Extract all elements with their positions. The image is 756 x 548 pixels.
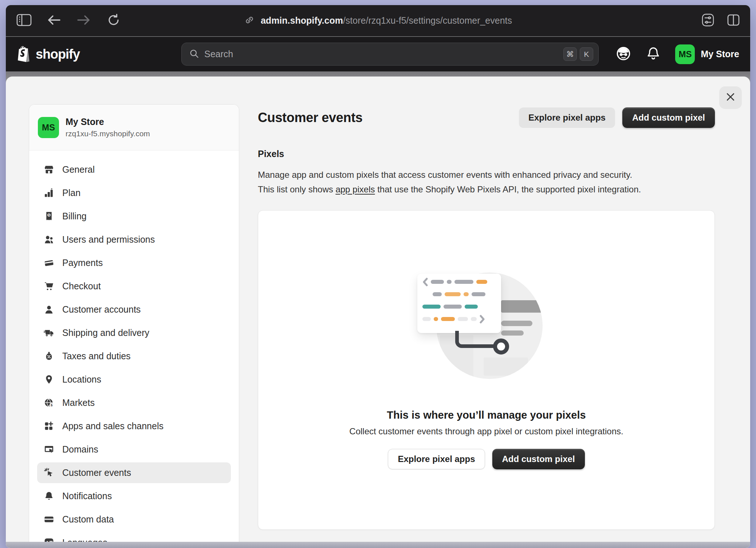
domains-icon <box>43 444 54 455</box>
sidebar-item-users-and-permissions[interactable]: Users and permissions <box>37 229 231 250</box>
connector-node <box>493 338 509 355</box>
back-button[interactable] <box>46 13 62 29</box>
sidebar-item-locations[interactable]: Locations <box>37 369 231 390</box>
store-icon <box>43 164 54 175</box>
store-domain: rzq1xu-f5.myshopify.com <box>66 129 150 138</box>
sidebar-item-plan[interactable]: Plan <box>37 183 231 203</box>
search-input[interactable] <box>204 49 560 59</box>
account-avatar: MS <box>675 44 695 64</box>
sidebar-item-label: Markets <box>62 398 95 408</box>
sidebar-item-label: Taxes and duties <box>62 351 131 361</box>
settings-sidebar: MS My Store rzq1xu-f5.myshopify.com Gene… <box>29 104 239 548</box>
person-icon <box>43 304 54 315</box>
explore-pixel-apps-button[interactable]: Explore pixel apps <box>519 107 615 128</box>
empty-state-subtitle: Collect customer events through app pixe… <box>349 426 623 437</box>
close-button[interactable] <box>719 86 742 109</box>
sidebar-item-label: Domains <box>62 444 98 455</box>
url-path: /store/rzq1xu-f5/settings/customer_event… <box>343 15 512 26</box>
payments-icon <box>43 258 54 269</box>
reload-button[interactable] <box>106 13 122 29</box>
k-key-badge: K <box>580 47 593 61</box>
pixels-description: Manage app and custom pixels that access… <box>258 168 641 197</box>
empty-explore-pixel-apps-button[interactable]: Explore pixel apps <box>388 449 485 469</box>
shopify-wordmark: shopify <box>36 47 80 62</box>
page-title: Customer events <box>258 110 363 125</box>
sidebar-item-billing[interactable]: $Billing <box>37 206 231 227</box>
cmd-key-badge: ⌘ <box>563 47 577 61</box>
admin-header: shopify ⌘ K <box>6 37 750 71</box>
shopify-logo[interactable]: shopify <box>6 45 80 64</box>
split-view-button[interactable] <box>725 13 741 29</box>
reload-icon <box>107 13 121 28</box>
sidebar-item-label: Custom data <box>62 514 114 525</box>
svg-text:$: $ <box>50 403 52 407</box>
sidebar-item-checkout[interactable]: Checkout <box>37 276 231 297</box>
sidebar-item-label: Payments <box>62 258 103 268</box>
sidebar-item-label: Customer events <box>62 467 131 478</box>
location-pin-icon <box>43 374 54 385</box>
sidebar-item-label: Billing <box>62 211 87 222</box>
store-avatar: MS <box>38 117 59 138</box>
account-name: My Store <box>701 49 739 59</box>
empty-add-custom-pixel-button[interactable]: Add custom pixel <box>492 449 585 469</box>
sidebar-item-label: Locations <box>62 374 101 385</box>
users-icon <box>43 234 54 245</box>
browser-settings-button[interactable] <box>700 13 716 29</box>
url-host: admin.shopify.com <box>261 15 343 26</box>
store-name: My Store <box>66 117 150 127</box>
billing-icon: $ <box>43 211 54 222</box>
tune-icon <box>701 13 714 29</box>
sidebar-item-general[interactable]: General <box>37 159 231 180</box>
sidebar-item-label: General <box>62 164 95 175</box>
truck-icon <box>43 328 54 338</box>
app-pixels-link[interactable]: app pixels <box>335 184 375 194</box>
sidebar-item-label: Customer accounts <box>62 304 141 315</box>
sidebar-item-domains[interactable]: Domains <box>37 439 231 460</box>
sidebar-item-label: Apps and sales channels <box>62 421 164 431</box>
browser-window: admin.shopify.com/store/rzq1xu-f5/settin… <box>6 5 750 548</box>
sidebar-item-label: Checkout <box>62 281 101 291</box>
shopify-bag-icon <box>17 45 32 64</box>
bell-icon <box>43 491 54 502</box>
sidebar-item-label: Users and permissions <box>62 234 155 245</box>
sidebar-item-shipping-and-delivery[interactable]: Shipping and delivery <box>37 322 231 343</box>
sidebar-item-payments[interactable]: Payments <box>37 253 231 273</box>
sidebar-item-apps-and-sales-channels[interactable]: Apps and sales channels <box>37 416 231 437</box>
sidebar-item-label: Shipping and delivery <box>62 328 149 338</box>
forward-button[interactable] <box>76 13 92 29</box>
url-bar[interactable]: admin.shopify.com/store/rzq1xu-f5/settin… <box>244 15 512 27</box>
close-icon <box>725 91 736 104</box>
sidebar-panel-icon <box>16 14 32 28</box>
sidebar-item-markets[interactable]: $Markets <box>37 392 231 413</box>
global-search[interactable]: ⌘ K <box>181 43 599 66</box>
sidekick-button[interactable] <box>615 46 631 62</box>
search-icon <box>189 48 199 60</box>
window-bottom-edge <box>6 542 750 548</box>
svg-text:$: $ <box>48 213 50 217</box>
cursor-click-icon <box>43 467 54 478</box>
link-icon <box>244 15 255 27</box>
empty-state-title: This is where you’ll manage your pixels <box>387 409 586 421</box>
sidebar-toggle-button[interactable] <box>16 13 32 29</box>
tax-bag-icon <box>43 351 54 362</box>
sidekick-face-icon <box>615 45 632 63</box>
settings-nav: GeneralPlan$BillingUsers and permissions… <box>29 150 239 548</box>
cart-icon <box>43 281 54 292</box>
pixels-illustration <box>417 273 556 380</box>
notifications-button[interactable] <box>645 46 661 62</box>
account-menu[interactable]: MS My Store <box>675 44 739 64</box>
sidebar-item-notifications[interactable]: Notifications <box>37 486 231 506</box>
sidebar-item-customer-accounts[interactable]: Customer accounts <box>37 299 231 320</box>
sidebar-item-taxes-and-duties[interactable]: Taxes and duties <box>37 346 231 367</box>
sidebar-item-custom-data[interactable]: Custom data <box>37 509 231 530</box>
back-arrow-icon <box>47 14 61 27</box>
forward-arrow-icon <box>76 14 91 27</box>
sidebar-item-customer-events[interactable]: Customer events <box>37 462 231 483</box>
plan-icon <box>43 188 54 199</box>
globe-icon: $ <box>43 398 54 408</box>
chevron-left-icon <box>422 278 428 286</box>
pixels-section-heading: Pixels <box>258 149 284 159</box>
sidebar-item-label: Notifications <box>62 491 112 501</box>
add-custom-pixel-button[interactable]: Add custom pixel <box>622 107 715 128</box>
split-view-icon <box>727 13 740 28</box>
